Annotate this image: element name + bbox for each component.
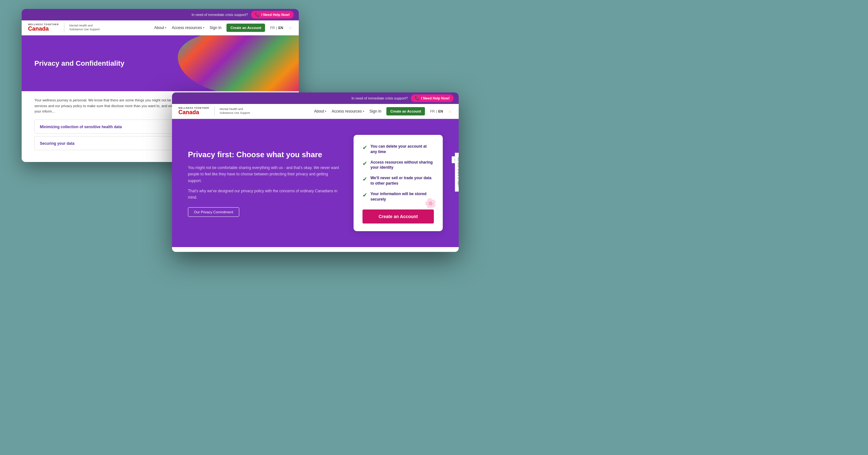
- logo-subtitle-1-back: Mental Health and: [69, 24, 93, 27]
- privacy-body-1: You might not be comfortable sharing eve…: [188, 165, 341, 184]
- nav-links-front: About ▾ Access resources ▾ Sign In Creat…: [314, 107, 452, 115]
- privacy-body-2: That's why we've designed our privacy po…: [188, 188, 341, 201]
- logo-subtitle-1-front: Mental Health and: [220, 108, 243, 111]
- crisis-bar-front: In need of immediate crisis support? 📞 I…: [172, 92, 459, 104]
- crisis-button-back[interactable]: 📞 I Need Help Now!: [251, 11, 294, 19]
- phone-icon-back: 📞: [255, 12, 259, 17]
- phone-icon-front: 📞: [415, 96, 420, 101]
- hero-art-back: [178, 35, 299, 91]
- checkmark-icon-1: ✔: [363, 144, 367, 151]
- crisis-button-front[interactable]: 📞 I Need Help Now!: [411, 94, 454, 102]
- privacy-card: ✔ You can delete your account at any tim…: [353, 135, 443, 231]
- lang-divider-front: |: [436, 109, 437, 113]
- crisis-text-front: In need of immediate crisis support?: [351, 96, 408, 100]
- logo-divider-front: [214, 107, 215, 116]
- access-chevron-back: ▾: [203, 26, 205, 29]
- crisis-btn-label-back: I Need Help Now!: [261, 13, 290, 17]
- card-text-1: You can delete your account at any time: [370, 144, 434, 154]
- logo-subtitle-back: Mental Health and Substance Use Support: [69, 24, 100, 31]
- nav-links-back: About ▾ Access resources ▾ Sign In Creat…: [154, 24, 292, 32]
- side-tab: Not sure where to start?: [455, 153, 459, 192]
- checkmark-icon-4: ✔: [363, 192, 367, 199]
- card-item-1: ✔ You can delete your account at any tim…: [363, 144, 434, 154]
- create-account-btn-back[interactable]: Create an Account: [226, 24, 265, 32]
- logo-wrapper-front: WELLNESS TOGETHER Canada: [178, 107, 209, 116]
- privacy-title: Privacy first: Choose what you share: [188, 149, 341, 160]
- about-chevron-back: ▾: [165, 26, 166, 29]
- accordion-2-title-back: Securing your data: [40, 141, 74, 146]
- logo-back: WELLNESS TOGETHER Canada Mental Health a…: [28, 23, 100, 32]
- card-item-3: ✔ We'll never sell or trade your data to…: [363, 175, 434, 186]
- our-privacy-commitment-button[interactable]: Our Privacy Commitment: [188, 207, 239, 217]
- card-item-2: ✔ Access resources without sharing your …: [363, 160, 434, 171]
- sign-in-link-back[interactable]: Sign In: [210, 26, 221, 30]
- star-icon-back[interactable]: ☆: [288, 25, 292, 30]
- nav-lang-front: FR | EN: [430, 109, 443, 113]
- about-link-front[interactable]: About ▾: [314, 109, 327, 114]
- logo-subtitle-front: Mental Health and Substance Use Support: [220, 108, 250, 115]
- access-chevron-front: ▾: [363, 110, 364, 113]
- nav-lang-back: FR | EN: [270, 26, 283, 30]
- card-text-3: We'll never sell or trade your data to o…: [370, 175, 434, 186]
- about-link-back[interactable]: About ▾: [154, 26, 166, 30]
- card-text-2: Access resources without sharing your id…: [370, 160, 434, 171]
- hero-section-back: Privacy and Confidentiality: [22, 35, 299, 91]
- star-icon-front[interactable]: ☆: [448, 109, 452, 114]
- logo-subtitle-2-back: Substance Use Support: [69, 28, 100, 31]
- card-item-4: ✔ Your information will be stored secure…: [363, 191, 434, 202]
- lang-en-front[interactable]: EN: [438, 109, 443, 113]
- nav-bar-front: WELLNESS TOGETHER Canada Mental Health a…: [172, 104, 459, 119]
- privacy-content: Privacy first: Choose what you share You…: [188, 149, 341, 217]
- logo-canada-back: Canada: [28, 26, 59, 32]
- create-account-btn-front[interactable]: Create an Account: [386, 107, 425, 115]
- logo-subtitle-2-front: Substance Use Support: [220, 111, 250, 114]
- purple-section: Privacy first: Choose what you share You…: [172, 119, 459, 247]
- logo-divider-back: [64, 23, 64, 32]
- logo-small-text-front: WELLNESS TOGETHER: [178, 107, 209, 109]
- front-window: In need of immediate crisis support? 📞 I…: [172, 92, 459, 252]
- about-chevron-front: ▾: [325, 110, 327, 113]
- card-illustration: 🌸: [423, 196, 438, 210]
- hero-art-inner-back: [178, 35, 299, 91]
- logo-front: WELLNESS TOGETHER Canada Mental Health a…: [178, 107, 250, 116]
- lang-fr-front[interactable]: FR: [430, 109, 435, 113]
- logo-wrapper-back: WELLNESS TOGETHER Canada: [28, 23, 59, 32]
- sign-in-link-front[interactable]: Sign In: [370, 109, 381, 114]
- lang-en-back[interactable]: EN: [278, 26, 283, 30]
- logo-small-text-back: WELLNESS TOGETHER: [28, 23, 59, 26]
- crisis-btn-label-front: I Need Help Now!: [421, 96, 450, 100]
- access-resources-link-front[interactable]: Access resources ▾: [332, 109, 364, 114]
- hero-title-back: Privacy and Confidentiality: [34, 59, 124, 67]
- checkmark-icon-2: ✔: [363, 160, 367, 167]
- crisis-text-back: In need of immediate crisis support?: [191, 13, 248, 17]
- nav-bar-back: WELLNESS TOGETHER Canada Mental Health a…: [22, 21, 299, 35]
- logo-canada-front: Canada: [178, 109, 209, 116]
- accordion-1-title-back: Minimizing collection of sensitive healt…: [40, 125, 122, 129]
- crisis-bar-back: In need of immediate crisis support? 📞 I…: [22, 9, 299, 21]
- lang-fr-back[interactable]: FR: [270, 26, 275, 30]
- create-account-card-btn[interactable]: Create an Account: [363, 209, 434, 224]
- checkmark-icon-3: ✔: [363, 176, 367, 183]
- access-resources-link-back[interactable]: Access resources ▾: [172, 26, 205, 30]
- lang-divider-back: |: [276, 26, 277, 30]
